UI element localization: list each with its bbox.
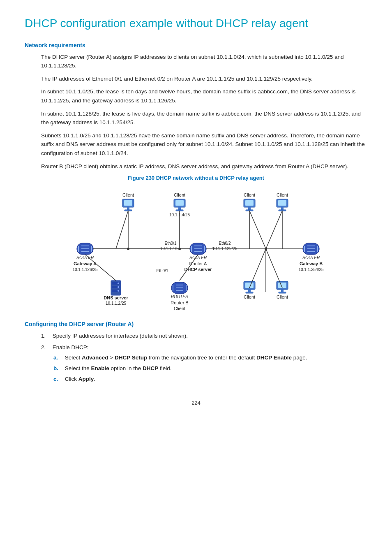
svg-text:10.1.1.2/25: 10.1.1.2/25 <box>106 301 126 306</box>
step-2: 2. Enable DHCP: a. Select Advanced > DHC… <box>41 343 367 383</box>
client-bottom-right1: Client <box>244 281 255 299</box>
svg-text:Eth0/1: Eth0/1 <box>165 241 177 246</box>
network-requirements-heading: Network requirements <box>25 42 367 49</box>
svg-rect-19 <box>52 187 56 189</box>
svg-text:Client: Client <box>174 192 185 197</box>
substeps-list: a. Select Advanced > DHCP Setup from the… <box>53 353 367 383</box>
substep-c: c. Click Apply. <box>53 375 367 384</box>
svg-text:Gateway A: Gateway A <box>74 261 97 266</box>
svg-text:ROUTER: ROUTER <box>171 294 188 299</box>
substep-a-text: Select Advanced > DHCP Setup from the na… <box>65 355 307 361</box>
svg-text:Client: Client <box>174 306 185 311</box>
step-1-number: 1. <box>41 331 51 341</box>
svg-point-69 <box>178 248 181 250</box>
configuring-heading: Configuring the DHCP server (Router A) <box>25 321 367 327</box>
svg-point-22 <box>54 187 55 189</box>
svg-text:Client: Client <box>277 294 288 299</box>
svg-text:Client: Client <box>244 294 255 299</box>
network-requirements-section: Network requirements The DHCP server (Ro… <box>25 42 367 171</box>
svg-text:10.1.1.126/25: 10.1.1.126/25 <box>72 267 98 272</box>
svg-point-68 <box>127 248 129 250</box>
network-diagram-svg: Client Client 10.1.1.4/25 Client Client <box>52 185 340 313</box>
svg-text:Client: Client <box>244 192 255 197</box>
svg-text:ROUTER: ROUTER <box>302 255 320 260</box>
router-b: ROUTER Router B Client <box>171 282 188 311</box>
paragraph-2: The IP addresses of Ethernet 0/1 and Eth… <box>41 74 367 83</box>
configuring-section: Configuring the DHCP server (Router A) 1… <box>25 321 367 383</box>
paragraph-5: Subnets 10.1.1.0/25 and 10.1.1.128/25 ha… <box>41 131 367 158</box>
svg-text:Gateway B: Gateway B <box>300 261 323 266</box>
svg-point-70 <box>265 248 267 250</box>
svg-rect-0 <box>52 185 60 190</box>
svg-rect-18 <box>52 185 56 185</box>
paragraph-3: In subnet 10.1.1.0/25, the lease is ten … <box>41 87 367 105</box>
svg-line-61 <box>266 249 282 288</box>
paragraph-6: Router B (DHCP client) obtains a static … <box>41 162 367 171</box>
step-2-number: 2. <box>41 343 51 352</box>
step-1-text: Specify IP addresses for interfaces (det… <box>53 333 188 339</box>
substep-a-letter: a. <box>53 353 63 362</box>
client-top-left: Client <box>122 192 134 211</box>
client-bottom-right2: Client <box>277 281 288 299</box>
paragraph-4: In subnet 10.1.1.128/25, the lease is fi… <box>41 109 367 127</box>
substep-a: a. Select Advanced > DHCP Setup from the… <box>53 353 367 362</box>
figure-caption: Figure 230 DHCP network without a DHCP r… <box>25 175 367 181</box>
svg-rect-16 <box>52 185 57 192</box>
network-diagram: Client Client 10.1.1.4/25 Client Client <box>25 185 367 313</box>
svg-line-59 <box>266 211 282 249</box>
page-number: 224 <box>25 400 367 406</box>
svg-text:Client: Client <box>122 192 134 197</box>
svg-text:ROUTER: ROUTER <box>76 255 94 260</box>
svg-text:ROUTER: ROUTER <box>189 255 207 260</box>
svg-text:Router B: Router B <box>171 300 188 305</box>
substep-b-text: Select the Enable option in the DHCP fie… <box>65 365 172 371</box>
svg-line-58 <box>249 211 266 249</box>
svg-rect-15 <box>52 189 56 190</box>
svg-text:10.1.1.254/25: 10.1.1.254/25 <box>298 267 324 272</box>
svg-rect-6 <box>52 185 60 191</box>
client-top-right1: Client <box>244 192 255 211</box>
svg-text:Eth0/2: Eth0/2 <box>219 241 231 246</box>
svg-text:DNS server: DNS server <box>104 295 128 300</box>
gateway-a-router: ROUTER Gateway A 10.1.1.126/25 <box>72 243 98 272</box>
svg-rect-12 <box>52 185 58 187</box>
dns-server: DNS server 10.1.1.2/25 <box>104 280 128 306</box>
gateway-b-router: ROUTER Gateway B 10.1.1.254/25 <box>298 243 324 272</box>
svg-rect-14 <box>52 187 53 189</box>
svg-text:Client: Client <box>277 192 288 197</box>
paragraph-1: The DHCP server (Router A) assigns IP ad… <box>41 53 367 70</box>
substep-b: b. Select the Enable option in the DHCP … <box>53 364 367 373</box>
svg-line-64 <box>116 211 128 249</box>
client-top-right2: Client <box>277 192 288 211</box>
steps-list: 1. Specify IP addresses for interfaces (… <box>41 331 367 383</box>
substep-c-letter: c. <box>53 375 63 384</box>
substep-b-letter: b. <box>53 364 63 373</box>
step-2-text: Enable DHCP: <box>53 344 89 350</box>
step-1: 1. Specify IP addresses for interfaces (… <box>41 331 367 341</box>
svg-line-60 <box>249 249 266 288</box>
page-title: DHCP configuration example without DHCP … <box>25 16 367 30</box>
substep-c-text: Click Apply. <box>65 376 95 382</box>
svg-text:Eth0/1: Eth0/1 <box>157 269 168 273</box>
